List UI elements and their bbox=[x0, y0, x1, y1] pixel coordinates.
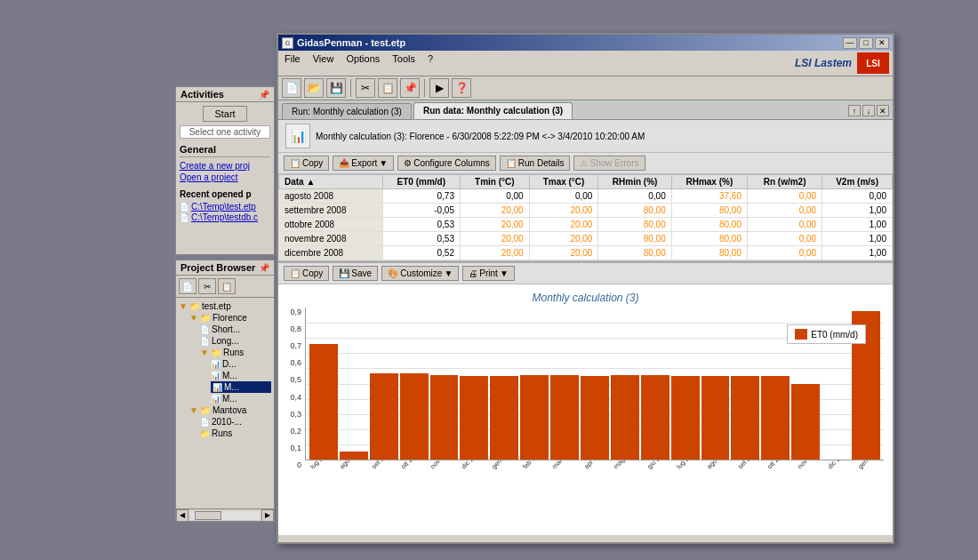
scroll-right-btn[interactable]: ▶ bbox=[261, 509, 274, 522]
export-button[interactable]: 📤 Export ▼ bbox=[333, 156, 394, 171]
tree-item-d[interactable]: 📊 D... bbox=[211, 358, 271, 370]
panel-pin-icon[interactable]: 📌 bbox=[259, 90, 269, 100]
tree-item-root[interactable]: ▼ 📁 test.etp bbox=[179, 300, 271, 312]
tab-ctrl-1[interactable]: ↑ bbox=[848, 105, 861, 116]
tb-paste[interactable]: 📌 bbox=[400, 78, 420, 98]
menu-tools[interactable]: Tools bbox=[389, 52, 418, 74]
tab-ctrl-2[interactable]: ↓ bbox=[862, 105, 875, 116]
chart-copy-button[interactable]: 📋 Copy bbox=[284, 266, 329, 281]
chart-bar[interactable] bbox=[309, 344, 338, 460]
tab-run-data[interactable]: Run data: Monthly calculation (3) bbox=[413, 102, 573, 119]
table-row[interactable]: agosto 2008 0,73 0,00 0,00 0,00 37,60 0,… bbox=[279, 189, 893, 204]
toolbar: 📄 📂 💾 ✂ 📋 📌 ▶ ❓ bbox=[278, 76, 893, 100]
show-errors-icon: ⚠ bbox=[580, 158, 588, 168]
y-axis: 0,9 0,8 0,7 0,6 0,5 0,4 0,3 0,2 0,1 0 bbox=[283, 308, 305, 496]
table-row[interactable]: novembre 2008 0,53 20,00 20,00 80,00 80,… bbox=[279, 232, 893, 246]
tb-open[interactable]: 📂 bbox=[304, 78, 324, 98]
customize-dropdown: ▼ bbox=[444, 268, 453, 278]
chart-bar[interactable] bbox=[370, 373, 398, 460]
col-et0[interactable]: ET0 (mm/d) bbox=[382, 175, 460, 189]
menu-file[interactable]: File bbox=[282, 52, 303, 74]
tree-item-mantova[interactable]: ▼ 📁 Mantova bbox=[189, 404, 271, 416]
tree-item-short[interactable]: 📄 Short... bbox=[200, 324, 271, 335]
chart-bar[interactable] bbox=[550, 375, 579, 460]
chart-title: Monthly calculation (3) bbox=[278, 284, 893, 308]
chart-bar[interactable] bbox=[611, 375, 639, 460]
customize-button[interactable]: 🎨 Customize ▼ bbox=[381, 266, 459, 281]
show-errors-button[interactable]: ⚠ Show Errors bbox=[573, 156, 645, 171]
tb-save[interactable]: 💾 bbox=[326, 78, 346, 98]
col-rhmin[interactable]: RHmin (%) bbox=[598, 175, 671, 189]
chart-bar[interactable] bbox=[641, 375, 669, 460]
chart-bar[interactable] bbox=[490, 376, 518, 460]
tb-new[interactable]: 📄 bbox=[282, 78, 301, 98]
pb-btn-3[interactable]: 📋 bbox=[218, 278, 236, 294]
open-project-link[interactable]: Open a project bbox=[180, 172, 270, 183]
close-button[interactable]: ✕ bbox=[875, 37, 889, 49]
col-data[interactable]: Data ▲ bbox=[279, 175, 383, 189]
print-icon: 🖨 bbox=[469, 268, 477, 278]
chart-bar[interactable] bbox=[761, 376, 790, 460]
col-v2m[interactable]: V2m (m/s) bbox=[822, 175, 893, 189]
title-icon: G bbox=[282, 37, 293, 49]
col-tmin[interactable]: Tmin (°C) bbox=[460, 175, 529, 189]
tree-item-m1[interactable]: 📊 M... bbox=[211, 370, 271, 381]
activities-header: Activities 📌 bbox=[176, 87, 274, 102]
tree-item-2010[interactable]: 📄 2010-... bbox=[200, 416, 271, 428]
tree-item-runs2[interactable]: 📁 Runs bbox=[200, 428, 271, 439]
run-details-button[interactable]: 📋 Run Details bbox=[500, 156, 571, 171]
tb-copy[interactable]: 📋 bbox=[378, 78, 397, 98]
chart-bar[interactable] bbox=[460, 376, 488, 460]
chart-bar[interactable] bbox=[701, 376, 730, 460]
tree-item-long[interactable]: 📄 Long... bbox=[200, 335, 271, 347]
recent-item-1[interactable]: C:\Temp\test.etp bbox=[191, 202, 256, 212]
tb-run[interactable]: ▶ bbox=[429, 78, 449, 98]
scroll-left-btn[interactable]: ◀ bbox=[176, 509, 188, 522]
chart-bar[interactable] bbox=[581, 376, 609, 460]
chart-bar[interactable] bbox=[430, 375, 459, 460]
chart-icon-m2: 📊 bbox=[212, 383, 222, 392]
export-icon: 📤 bbox=[339, 158, 349, 168]
recent-item-2[interactable]: C:\Temp\testdb.c bbox=[191, 212, 258, 222]
create-project-link[interactable]: Create a new proj bbox=[180, 160, 270, 172]
tree-item-m3[interactable]: 📊 M... bbox=[211, 393, 271, 404]
customize-icon: 🎨 bbox=[388, 268, 398, 278]
chart-bar[interactable] bbox=[671, 376, 700, 460]
col-tmax[interactable]: Tmax (°C) bbox=[529, 175, 598, 189]
maximize-button[interactable]: □ bbox=[859, 37, 873, 49]
table-row[interactable]: dicembre 2008 0,52 20,00 20,00 80,00 80,… bbox=[279, 246, 893, 260]
table-row[interactable]: settembre 2008 -0,05 20,00 20,00 80,00 8… bbox=[279, 204, 893, 218]
tree-item-runs[interactable]: ▼ 📁 Runs bbox=[200, 347, 271, 358]
pb-btn-2[interactable]: ✂ bbox=[198, 278, 216, 294]
chart-bar[interactable] bbox=[520, 375, 549, 460]
col-rn[interactable]: Rn (w/m2) bbox=[747, 175, 822, 189]
data-table: Data ▲ ET0 (mm/d) Tmin (°C) Tmax (°C) RH… bbox=[278, 174, 893, 260]
minimize-button[interactable]: — bbox=[843, 37, 857, 49]
menu-view[interactable]: View bbox=[310, 52, 337, 74]
print-button[interactable]: 🖨 Print ▼ bbox=[462, 266, 514, 281]
tab-run[interactable]: Run: Monthly calculation (3) bbox=[282, 103, 412, 119]
table-row[interactable]: ottobre 2008 0,53 20,00 20,00 80,00 80,0… bbox=[279, 218, 893, 232]
menu-help[interactable]: ? bbox=[425, 52, 436, 74]
configure-icon: ⚙ bbox=[404, 158, 412, 168]
chart-bar[interactable] bbox=[731, 376, 759, 460]
pb-btn-1[interactable]: 📄 bbox=[179, 278, 196, 294]
chart-bar[interactable] bbox=[400, 373, 429, 460]
chart-bar[interactable] bbox=[791, 384, 820, 460]
menu-options[interactable]: Options bbox=[343, 52, 382, 74]
tab-close[interactable]: ✕ bbox=[877, 105, 889, 116]
start-button[interactable]: Start bbox=[203, 106, 246, 122]
configure-button[interactable]: ⚙ Configure Columns bbox=[397, 156, 496, 171]
tb-help[interactable]: ❓ bbox=[452, 78, 471, 98]
col-rhmax[interactable]: RHmax (%) bbox=[671, 175, 747, 189]
chart-bar[interactable] bbox=[340, 452, 368, 460]
tb-cut[interactable]: ✂ bbox=[356, 78, 375, 98]
copy-button[interactable]: 📋 Copy bbox=[284, 156, 329, 171]
calc-icon: 📊 bbox=[285, 124, 310, 148]
tree-item-florence[interactable]: ▼ 📁 Florence bbox=[189, 312, 271, 324]
general-section-label: General bbox=[180, 142, 270, 157]
tree-item-m2[interactable]: 📊 M... bbox=[211, 381, 271, 393]
pb-pin-icon[interactable]: 📌 bbox=[259, 263, 269, 273]
save-button[interactable]: 💾 Save bbox=[333, 266, 378, 281]
doc-icon-2010: 📄 bbox=[200, 418, 210, 427]
